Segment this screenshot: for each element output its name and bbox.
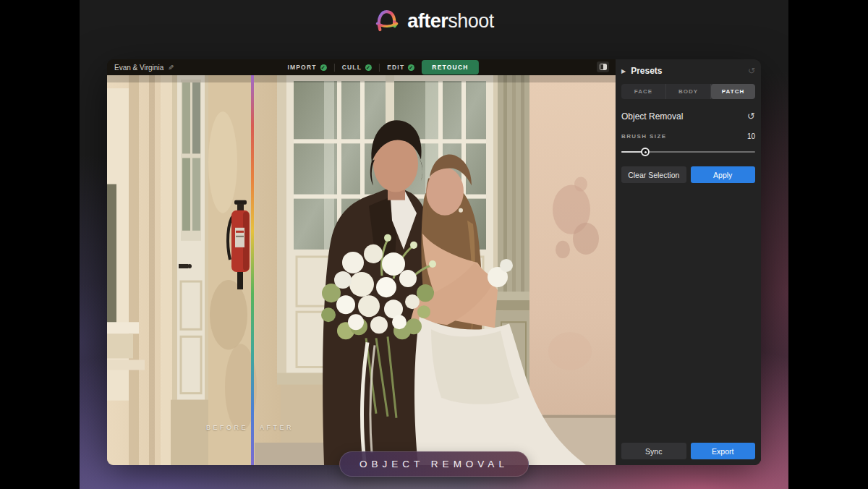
- check-icon: ✓: [365, 64, 372, 71]
- app-window: Evan & Virginia ✎ IMPORT ✓ CULL ✓ E: [107, 59, 761, 465]
- brush-size-slider[interactable]: [621, 148, 755, 156]
- check-icon: ✓: [320, 64, 327, 71]
- brush-size-label: BRUSH SIZE: [621, 133, 747, 140]
- before-after-divider[interactable]: [251, 75, 254, 465]
- aftershoot-logo-icon: [374, 9, 401, 33]
- aftershoot-logo-text: aftershoot: [407, 10, 494, 33]
- segment-face[interactable]: FACE: [621, 84, 666, 99]
- tab-import-label: IMPORT: [287, 64, 316, 71]
- sidebar-toggle-button[interactable]: [597, 61, 609, 72]
- brush-size-value: 10: [747, 132, 755, 140]
- selection-actions: Clear Selection Apply: [621, 166, 755, 183]
- tab-edit-label: EDIT: [387, 64, 404, 71]
- tab-cull-label: CULL: [342, 64, 362, 71]
- section-title: Object Removal: [621, 111, 747, 122]
- chevron-right-icon: ▶: [621, 68, 626, 75]
- tab-separator: [379, 64, 380, 72]
- photo-art: [107, 75, 616, 465]
- object-removal-badge: OBJECT REMOVAL: [339, 451, 529, 477]
- page: aftershoot Evan & Virginia ✎ IMPORT ✓ CU…: [0, 0, 868, 489]
- object-removal-header: Object Removal ↺: [621, 111, 755, 122]
- object-removal-reset-icon[interactable]: ↺: [747, 111, 755, 122]
- presets-header[interactable]: ▶ Presets ↺: [621, 64, 755, 78]
- export-button[interactable]: Export: [691, 443, 756, 459]
- aftershoot-logo: aftershoot: [0, 7, 868, 35]
- project-name-group: Evan & Virginia ✎: [114, 64, 174, 72]
- presets-title: Presets: [631, 66, 743, 76]
- tab-separator: [334, 64, 335, 72]
- presets-reset-icon[interactable]: ↺: [748, 66, 755, 76]
- edit-pencil-icon[interactable]: ✎: [168, 64, 174, 72]
- before-label: BEFORE: [206, 424, 248, 431]
- logo-bold: after: [407, 10, 448, 32]
- sidebar: ▶ Presets ↺ FACE BODY PATCH Object Remov…: [616, 59, 761, 465]
- topbar: Evan & Virginia ✎ IMPORT ✓ CULL ✓ E: [107, 59, 616, 75]
- segment-body[interactable]: BODY: [666, 84, 711, 99]
- tab-import[interactable]: IMPORT ✓: [287, 64, 326, 71]
- tab-edit[interactable]: EDIT ✓: [387, 64, 414, 71]
- segment-patch[interactable]: PATCH: [711, 84, 755, 99]
- check-icon: ✓: [408, 64, 414, 71]
- sidebar-toggle-icon: [600, 64, 607, 70]
- apply-button[interactable]: Apply: [691, 166, 756, 183]
- slider-handle[interactable]: [641, 148, 650, 156]
- retouch-mode-segments: FACE BODY PATCH: [621, 84, 755, 99]
- clear-selection-button[interactable]: Clear Selection: [621, 166, 686, 183]
- project-name: Evan & Virginia: [114, 64, 163, 72]
- sidebar-spacer: [621, 183, 755, 433]
- tab-cull[interactable]: CULL ✓: [342, 64, 372, 71]
- footer-actions: Sync Export: [621, 443, 755, 459]
- main-column: Evan & Virginia ✎ IMPORT ✓ CULL ✓ E: [107, 59, 616, 465]
- after-label: AFTER: [260, 424, 294, 431]
- workflow-tabs: IMPORT ✓ CULL ✓ EDIT ✓ RETOUCH: [287, 59, 478, 75]
- logo-light: shoot: [448, 10, 494, 32]
- sync-button[interactable]: Sync: [621, 443, 686, 459]
- retouch-canvas[interactable]: BEFORE AFTER: [107, 75, 616, 465]
- brush-size-row: BRUSH SIZE 10: [621, 132, 755, 140]
- tab-retouch-button[interactable]: RETOUCH: [422, 60, 478, 75]
